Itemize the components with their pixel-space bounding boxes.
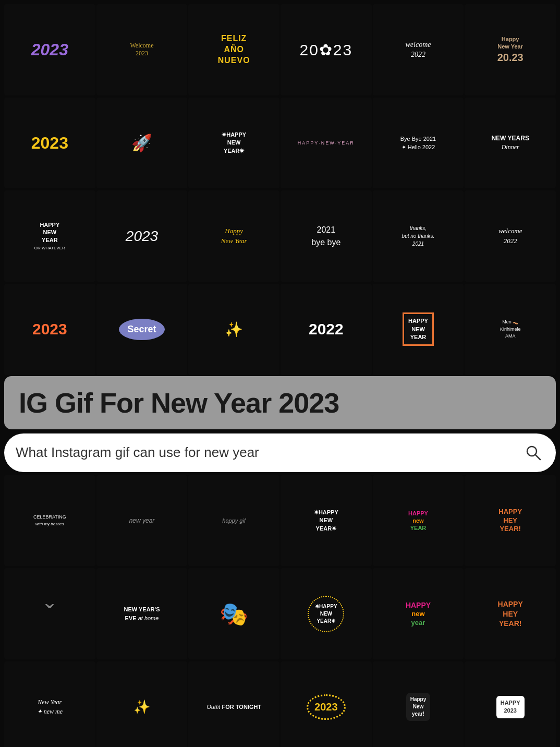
gif-cell[interactable]: FELIZAÑONUEVO bbox=[188, 4, 279, 95]
gif-cell[interactable]: NEW YEARSDinner bbox=[465, 98, 556, 189]
gif-cell[interactable]: Meri 👡KirihimeleAMA bbox=[465, 284, 556, 375]
top-gif-grid: 2023 Welcome2023 FELIZAÑONUEVO 20✿23 wel… bbox=[0, 0, 560, 567]
gif-cell[interactable]: 🚀 bbox=[96, 98, 188, 189]
gif-cell[interactable]: HappyNewyear! bbox=[373, 661, 464, 747]
gif-cell[interactable]: HAPPYnewYEAR bbox=[373, 475, 464, 567]
title-bar: IG Gif For New Year 2023 bbox=[4, 376, 556, 429]
gif-cell[interactable]: ✨ bbox=[188, 284, 279, 375]
search-overlay: IG Gif For New Year 2023 What Instagram … bbox=[4, 376, 556, 472]
gif-cell[interactable]: HAPPY·NEW·YEAR bbox=[281, 98, 372, 189]
gif-cell[interactable]: New Year✦ new me bbox=[4, 661, 95, 747]
gif-cell[interactable]: Welcome2023 bbox=[96, 4, 188, 95]
gif-cell[interactable]: HAPPYHEYYEAR! bbox=[465, 568, 556, 659]
gif-cell[interactable]: 2023 bbox=[4, 4, 95, 95]
gif-cell[interactable]: ✷HAPPYNEWYEAR✷ bbox=[281, 568, 372, 659]
gif-cell[interactable]: ˇ bbox=[4, 568, 95, 659]
gif-cell[interactable]: 20✿23 bbox=[281, 4, 372, 95]
gif-cell[interactable]: Secret bbox=[96, 284, 188, 375]
search-bar[interactable]: What Instagram gif can use for new year bbox=[4, 433, 556, 472]
gif-cell[interactable]: new year bbox=[96, 475, 188, 567]
gif-cell[interactable]: happy gif bbox=[188, 475, 279, 567]
gif-cell[interactable]: ✷HAPPYNEWYEAR✷ bbox=[281, 475, 372, 567]
page-title: IG Gif For New Year 2023 bbox=[19, 387, 541, 419]
gif-cell[interactable]: ✷HAPPYNEWYEAR✷ bbox=[188, 98, 279, 189]
search-icon[interactable] bbox=[522, 442, 544, 464]
gif-cell[interactable]: ✨ bbox=[96, 661, 188, 747]
gif-cell[interactable]: 2023 bbox=[281, 661, 372, 747]
gif-cell[interactable]: 2023 bbox=[4, 98, 95, 189]
search-query-text: What Instagram gif can use for new year bbox=[16, 444, 522, 461]
gif-cell[interactable]: 🎭 bbox=[188, 568, 279, 659]
gif-cell[interactable]: welcome2022 bbox=[373, 4, 464, 95]
gif-cell[interactable]: HAPPY2023 bbox=[465, 661, 556, 747]
gif-cell[interactable]: HAPPYNEWYEAR bbox=[373, 284, 464, 375]
gif-cell[interactable]: HAPPYNEWYEARor WHATEVER bbox=[4, 190, 95, 282]
gif-cell[interactable]: HAPPYnewyear bbox=[373, 568, 464, 659]
gif-cell[interactable]: 2021bye bye bbox=[281, 190, 372, 282]
gif-cell[interactable]: welcome2022 bbox=[465, 190, 556, 282]
gif-cell[interactable]: thanks,but no thanks.2021 bbox=[373, 190, 464, 282]
gif-cell[interactable]: 2023 bbox=[4, 284, 95, 375]
gif-cell[interactable]: Bye Bye 2021✦ Hello 2022 bbox=[373, 98, 464, 189]
gif-cell[interactable]: HAPPYHEYYEAR! bbox=[465, 475, 556, 567]
gif-cell[interactable]: NEW YEAR'SEVE at home bbox=[96, 568, 188, 659]
gif-cell[interactable]: 2023 bbox=[96, 190, 188, 282]
gif-cell[interactable]: CELEBRATINGwith my besties bbox=[4, 475, 95, 567]
gif-cell[interactable]: HappyNew Year bbox=[188, 190, 279, 282]
svg-line-1 bbox=[535, 455, 540, 460]
gif-cell[interactable]: Outfit FOR TONIGHT bbox=[188, 661, 279, 747]
gif-cell[interactable]: HappyNew Year20.23 bbox=[465, 4, 556, 95]
gif-cell[interactable]: 2022 bbox=[281, 284, 372, 375]
